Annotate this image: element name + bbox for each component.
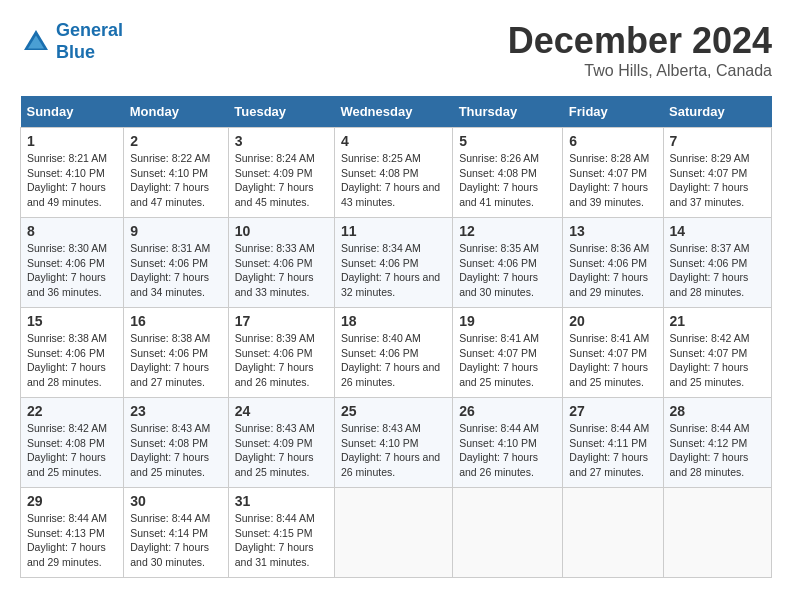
calendar-cell: 5Sunrise: 8:26 AMSunset: 4:08 PMDaylight… (453, 128, 563, 218)
calendar-cell (334, 488, 452, 578)
day-number: 12 (459, 223, 556, 239)
day-number: 31 (235, 493, 328, 509)
day-info: Sunrise: 8:29 AMSunset: 4:07 PMDaylight:… (670, 151, 766, 210)
calendar-cell: 22Sunrise: 8:42 AMSunset: 4:08 PMDayligh… (21, 398, 124, 488)
calendar-table: SundayMondayTuesdayWednesdayThursdayFrid… (20, 96, 772, 578)
day-header-friday: Friday (563, 96, 663, 128)
day-info: Sunrise: 8:31 AMSunset: 4:06 PMDaylight:… (130, 241, 222, 300)
day-info: Sunrise: 8:36 AMSunset: 4:06 PMDaylight:… (569, 241, 656, 300)
calendar-cell: 8Sunrise: 8:30 AMSunset: 4:06 PMDaylight… (21, 218, 124, 308)
day-number: 8 (27, 223, 117, 239)
day-header-monday: Monday (124, 96, 229, 128)
day-number: 21 (670, 313, 766, 329)
day-info: Sunrise: 8:43 AMSunset: 4:08 PMDaylight:… (130, 421, 222, 480)
calendar-cell: 16Sunrise: 8:38 AMSunset: 4:06 PMDayligh… (124, 308, 229, 398)
day-info: Sunrise: 8:38 AMSunset: 4:06 PMDaylight:… (27, 331, 117, 390)
logo-line1: General (56, 20, 123, 40)
calendar-cell: 20Sunrise: 8:41 AMSunset: 4:07 PMDayligh… (563, 308, 663, 398)
day-number: 26 (459, 403, 556, 419)
location-title: Two Hills, Alberta, Canada (508, 62, 772, 80)
day-info: Sunrise: 8:38 AMSunset: 4:06 PMDaylight:… (130, 331, 222, 390)
day-info: Sunrise: 8:26 AMSunset: 4:08 PMDaylight:… (459, 151, 556, 210)
day-info: Sunrise: 8:30 AMSunset: 4:06 PMDaylight:… (27, 241, 117, 300)
calendar-cell: 26Sunrise: 8:44 AMSunset: 4:10 PMDayligh… (453, 398, 563, 488)
day-number: 22 (27, 403, 117, 419)
calendar-cell: 10Sunrise: 8:33 AMSunset: 4:06 PMDayligh… (228, 218, 334, 308)
day-info: Sunrise: 8:25 AMSunset: 4:08 PMDaylight:… (341, 151, 446, 210)
calendar-cell (453, 488, 563, 578)
calendar-cell: 23Sunrise: 8:43 AMSunset: 4:08 PMDayligh… (124, 398, 229, 488)
day-number: 14 (670, 223, 766, 239)
title-area: December 2024 Two Hills, Alberta, Canada (508, 20, 772, 80)
day-info: Sunrise: 8:44 AMSunset: 4:11 PMDaylight:… (569, 421, 656, 480)
calendar-cell: 31Sunrise: 8:44 AMSunset: 4:15 PMDayligh… (228, 488, 334, 578)
day-number: 11 (341, 223, 446, 239)
calendar-cell: 9Sunrise: 8:31 AMSunset: 4:06 PMDaylight… (124, 218, 229, 308)
calendar-cell: 18Sunrise: 8:40 AMSunset: 4:06 PMDayligh… (334, 308, 452, 398)
day-info: Sunrise: 8:33 AMSunset: 4:06 PMDaylight:… (235, 241, 328, 300)
day-number: 18 (341, 313, 446, 329)
calendar-cell: 15Sunrise: 8:38 AMSunset: 4:06 PMDayligh… (21, 308, 124, 398)
day-number: 3 (235, 133, 328, 149)
day-info: Sunrise: 8:43 AMSunset: 4:10 PMDaylight:… (341, 421, 446, 480)
day-info: Sunrise: 8:44 AMSunset: 4:10 PMDaylight:… (459, 421, 556, 480)
day-number: 4 (341, 133, 446, 149)
calendar-cell: 3Sunrise: 8:24 AMSunset: 4:09 PMDaylight… (228, 128, 334, 218)
day-number: 16 (130, 313, 222, 329)
logo-text: General Blue (56, 20, 123, 63)
calendar-body: 1Sunrise: 8:21 AMSunset: 4:10 PMDaylight… (21, 128, 772, 578)
day-info: Sunrise: 8:44 AMSunset: 4:14 PMDaylight:… (130, 511, 222, 570)
day-number: 23 (130, 403, 222, 419)
day-header-wednesday: Wednesday (334, 96, 452, 128)
day-number: 9 (130, 223, 222, 239)
day-info: Sunrise: 8:41 AMSunset: 4:07 PMDaylight:… (459, 331, 556, 390)
day-info: Sunrise: 8:22 AMSunset: 4:10 PMDaylight:… (130, 151, 222, 210)
day-number: 29 (27, 493, 117, 509)
day-header-thursday: Thursday (453, 96, 563, 128)
day-info: Sunrise: 8:37 AMSunset: 4:06 PMDaylight:… (670, 241, 766, 300)
day-info: Sunrise: 8:44 AMSunset: 4:12 PMDaylight:… (670, 421, 766, 480)
calendar-week-row: 29Sunrise: 8:44 AMSunset: 4:13 PMDayligh… (21, 488, 772, 578)
calendar-cell: 7Sunrise: 8:29 AMSunset: 4:07 PMDaylight… (663, 128, 772, 218)
day-number: 7 (670, 133, 766, 149)
calendar-cell (663, 488, 772, 578)
day-info: Sunrise: 8:21 AMSunset: 4:10 PMDaylight:… (27, 151, 117, 210)
calendar-cell: 25Sunrise: 8:43 AMSunset: 4:10 PMDayligh… (334, 398, 452, 488)
calendar-cell: 6Sunrise: 8:28 AMSunset: 4:07 PMDaylight… (563, 128, 663, 218)
calendar-cell: 17Sunrise: 8:39 AMSunset: 4:06 PMDayligh… (228, 308, 334, 398)
calendar-header-row: SundayMondayTuesdayWednesdayThursdayFrid… (21, 96, 772, 128)
calendar-cell: 28Sunrise: 8:44 AMSunset: 4:12 PMDayligh… (663, 398, 772, 488)
day-info: Sunrise: 8:42 AMSunset: 4:08 PMDaylight:… (27, 421, 117, 480)
day-number: 1 (27, 133, 117, 149)
logo-icon (20, 26, 52, 58)
calendar-cell (563, 488, 663, 578)
calendar-week-row: 8Sunrise: 8:30 AMSunset: 4:06 PMDaylight… (21, 218, 772, 308)
day-number: 28 (670, 403, 766, 419)
day-info: Sunrise: 8:44 AMSunset: 4:13 PMDaylight:… (27, 511, 117, 570)
calendar-cell: 13Sunrise: 8:36 AMSunset: 4:06 PMDayligh… (563, 218, 663, 308)
day-info: Sunrise: 8:40 AMSunset: 4:06 PMDaylight:… (341, 331, 446, 390)
calendar-week-row: 1Sunrise: 8:21 AMSunset: 4:10 PMDaylight… (21, 128, 772, 218)
calendar-cell: 1Sunrise: 8:21 AMSunset: 4:10 PMDaylight… (21, 128, 124, 218)
day-info: Sunrise: 8:43 AMSunset: 4:09 PMDaylight:… (235, 421, 328, 480)
calendar-cell: 27Sunrise: 8:44 AMSunset: 4:11 PMDayligh… (563, 398, 663, 488)
calendar-week-row: 15Sunrise: 8:38 AMSunset: 4:06 PMDayligh… (21, 308, 772, 398)
day-info: Sunrise: 8:35 AMSunset: 4:06 PMDaylight:… (459, 241, 556, 300)
day-number: 30 (130, 493, 222, 509)
day-number: 19 (459, 313, 556, 329)
calendar-cell: 11Sunrise: 8:34 AMSunset: 4:06 PMDayligh… (334, 218, 452, 308)
day-number: 2 (130, 133, 222, 149)
day-number: 15 (27, 313, 117, 329)
logo: General Blue (20, 20, 123, 63)
day-number: 5 (459, 133, 556, 149)
day-header-tuesday: Tuesday (228, 96, 334, 128)
day-number: 25 (341, 403, 446, 419)
calendar-cell: 19Sunrise: 8:41 AMSunset: 4:07 PMDayligh… (453, 308, 563, 398)
day-info: Sunrise: 8:34 AMSunset: 4:06 PMDaylight:… (341, 241, 446, 300)
day-header-sunday: Sunday (21, 96, 124, 128)
logo-line2: Blue (56, 42, 95, 62)
day-info: Sunrise: 8:44 AMSunset: 4:15 PMDaylight:… (235, 511, 328, 570)
calendar-cell: 2Sunrise: 8:22 AMSunset: 4:10 PMDaylight… (124, 128, 229, 218)
day-info: Sunrise: 8:24 AMSunset: 4:09 PMDaylight:… (235, 151, 328, 210)
day-info: Sunrise: 8:42 AMSunset: 4:07 PMDaylight:… (670, 331, 766, 390)
